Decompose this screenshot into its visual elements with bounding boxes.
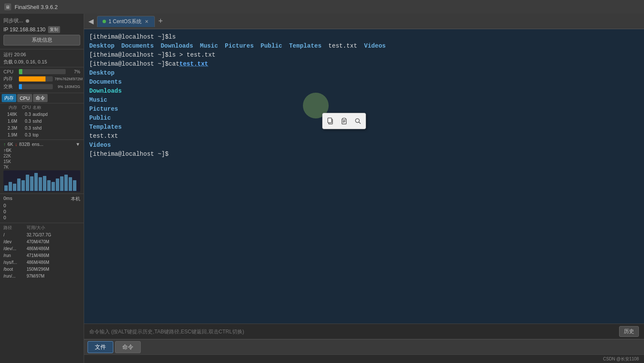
process-table: 内存 CPU 名称 148K 0.3 audispd 1.6M 0.3 sshd…: [0, 103, 84, 140]
app-icon: 🖥: [4, 3, 11, 10]
history-button[interactable]: 历史: [619, 326, 639, 337]
cmd-input-field[interactable]: [89, 329, 616, 335]
sidebar: 同步状... IP 192.168.88.130 复制 系统信息 运行 20:0…: [0, 14, 84, 363]
sidebar-top: 同步状... IP 192.168.88.130 复制 系统信息: [0, 14, 84, 49]
latency-val3: 0: [3, 215, 6, 220]
latency-ms: 0ms: [3, 196, 12, 202]
net-chart: 22K 15K 7K: [3, 154, 80, 169]
app-title: FinalShell 3.9.6.2: [15, 4, 57, 10]
chart-bar: [73, 180, 76, 191]
term-line-videos: Videos: [89, 141, 639, 150]
mem-row: 内存 78%762M/972M: [3, 76, 80, 82]
tab-label: 1 CentOS系统: [109, 18, 142, 25]
term-line-documents: Documents: [89, 78, 639, 87]
swap-val: 9% 183M/2G: [54, 85, 80, 89]
chart-bar: [43, 176, 46, 191]
table-row: 1.6M 0.3 sshd: [2, 118, 82, 125]
chart-bar: [30, 176, 33, 191]
tab-files[interactable]: 文件: [88, 341, 113, 353]
chart-bar: [64, 175, 68, 191]
svg-rect-1: [328, 118, 332, 123]
chart-bar: [34, 173, 38, 191]
term-line-4: [itheima@localhost ~]$ cat test.txt: [89, 60, 639, 69]
term-line-1: [itheima@localhost ~]$ ls: [89, 33, 639, 42]
net-row: ↑ 6K ↓ 832B ens... ▼: [3, 142, 80, 147]
runtime-label: 运行 20:06: [3, 51, 80, 58]
term-line-pictures: Pictures: [89, 105, 639, 114]
resource-bars: CPU 7% 内存 78%762M/972M 交换 9% 183M/2G: [0, 67, 84, 93]
tab-commands[interactable]: 命令: [115, 341, 141, 353]
status-bar: CSDN @长安1108: [84, 354, 644, 363]
cpu-val: 7%: [67, 70, 80, 74]
chart-bar: [26, 175, 29, 191]
sync-label: 同步状...: [3, 17, 23, 24]
chart-bar: [39, 177, 42, 191]
tab-nav-prev[interactable]: ◀: [86, 16, 96, 26]
tab-cmd[interactable]: 命令: [33, 94, 48, 102]
svg-line-8: [359, 122, 361, 124]
sysinfo-button[interactable]: 系统信息: [3, 35, 80, 45]
svg-rect-3: [343, 118, 345, 119]
chart-bar: [51, 182, 55, 191]
cpu-row: CPU 7%: [3, 69, 80, 74]
list-item: /run471M/486M: [3, 252, 80, 259]
tab-close-button[interactable]: ×: [144, 18, 149, 24]
list-item: /dev/...486M/486M: [3, 245, 80, 252]
tab-status-dot: [103, 20, 106, 23]
title-bar: 🖥 FinalShell 3.9.6.2: [0, 0, 644, 14]
cpu-fill: [19, 69, 22, 74]
list-item: /sys/f...486M/486M: [3, 259, 80, 266]
mem-fill: [19, 76, 45, 82]
latency-loc: 本机: [71, 196, 80, 202]
net-expand-icon[interactable]: ▼: [76, 142, 80, 147]
tab-mem[interactable]: 内存: [2, 94, 16, 102]
list-item: /boot150M/296M: [3, 266, 80, 273]
ctx-copy-button[interactable]: [324, 115, 336, 127]
term-line-3: [itheima@localhost ~]$ ls > test.txt: [89, 51, 639, 60]
swap-row: 交换 9% 183M/2G: [3, 83, 80, 90]
cpu-bar: [19, 69, 66, 74]
list-item: /run/...97M/97M: [3, 273, 80, 280]
main-layout: 同步状... IP 192.168.88.130 复制 系统信息 运行 20:0…: [0, 14, 644, 363]
swap-fill: [19, 84, 22, 89]
chart-bar: [9, 182, 12, 191]
net-scale: ↑6K: [3, 148, 80, 153]
chart-bar: [21, 180, 25, 191]
process-header: 内存 CPU 名称: [2, 104, 82, 111]
latency-val2: 0: [3, 209, 6, 214]
terminal-area[interactable]: [itheima@localhost ~]$ ls Desktop Docume…: [84, 29, 644, 324]
chart-bar: [13, 184, 16, 191]
new-tab-button[interactable]: +: [156, 17, 166, 26]
ip-label: IP 192.168.88.130: [3, 27, 45, 33]
network-section: ↑ 6K ↓ 832B ens... ▼ ↑6K 22K 15K 7K: [0, 140, 84, 194]
tab-cpu[interactable]: CPU: [17, 94, 32, 102]
session-tab[interactable]: 1 CentOS系统 ×: [97, 16, 155, 27]
context-menu: [322, 113, 366, 129]
runtime-info: 运行 20:06 负载 0.09, 0.16, 0.15: [0, 49, 84, 67]
term-line-downloads: Downloads: [89, 87, 639, 96]
table-row: 148K 0.3 audispd: [2, 111, 82, 118]
mem-bar: [19, 76, 53, 82]
download-arrow: ↓: [15, 142, 18, 147]
chart-bar: [60, 176, 63, 191]
ip-row: IP 192.168.88.130 复制: [3, 26, 80, 33]
right-area: ◀ 1 CentOS系统 × + [itheima@localhost ~]$ …: [84, 14, 644, 363]
ctx-paste-button[interactable]: [338, 115, 350, 127]
cmd-input-bar: 历史: [84, 324, 644, 339]
resource-tabs: 内存 CPU 命令: [0, 93, 84, 103]
copy-ip-button[interactable]: 复制: [48, 26, 60, 33]
term-line-testtxt: test.txt: [89, 132, 639, 141]
net-up: 6K: [8, 142, 13, 147]
chart-bar: [4, 185, 8, 191]
cpu-label: CPU: [3, 69, 17, 74]
chart-bar: [47, 180, 51, 191]
disk-col-avail: 可用/大小: [27, 225, 80, 231]
term-line-desktop: Desktop: [89, 69, 639, 78]
term-line-2: Desktop Documents Downloads Music Pictur…: [89, 42, 639, 51]
load-label: 负载 0.09, 0.16, 0.15: [3, 58, 80, 66]
disk-header: 路径 可用/大小: [3, 225, 80, 231]
ctx-search-button[interactable]: [352, 115, 364, 127]
bottom-tabs: 文件 命令: [84, 339, 644, 354]
chart-bar: [56, 178, 59, 191]
tab-bar: ◀ 1 CentOS系统 × +: [84, 14, 644, 29]
